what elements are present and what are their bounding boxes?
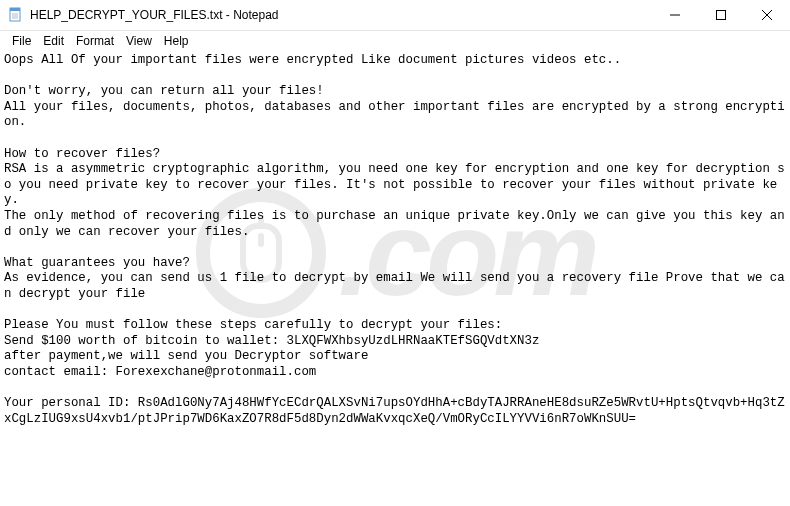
text-area[interactable]: Oops All Of your important files were en…	[0, 51, 790, 506]
maximize-button[interactable]	[698, 0, 744, 30]
titlebar: HELP_DECRYPT_YOUR_FILES.txt - Notepad	[0, 0, 790, 31]
menu-format[interactable]: Format	[70, 33, 120, 49]
menu-help[interactable]: Help	[158, 33, 195, 49]
menu-view[interactable]: View	[120, 33, 158, 49]
window-controls	[652, 0, 790, 30]
svg-rect-1	[10, 8, 20, 11]
close-button[interactable]	[744, 0, 790, 30]
menu-edit[interactable]: Edit	[37, 33, 70, 49]
svg-rect-6	[717, 11, 726, 20]
menubar: File Edit Format View Help	[0, 31, 790, 51]
window-title: HELP_DECRYPT_YOUR_FILES.txt - Notepad	[30, 8, 652, 22]
notepad-icon	[8, 7, 24, 23]
menu-file[interactable]: File	[6, 33, 37, 49]
minimize-button[interactable]	[652, 0, 698, 30]
